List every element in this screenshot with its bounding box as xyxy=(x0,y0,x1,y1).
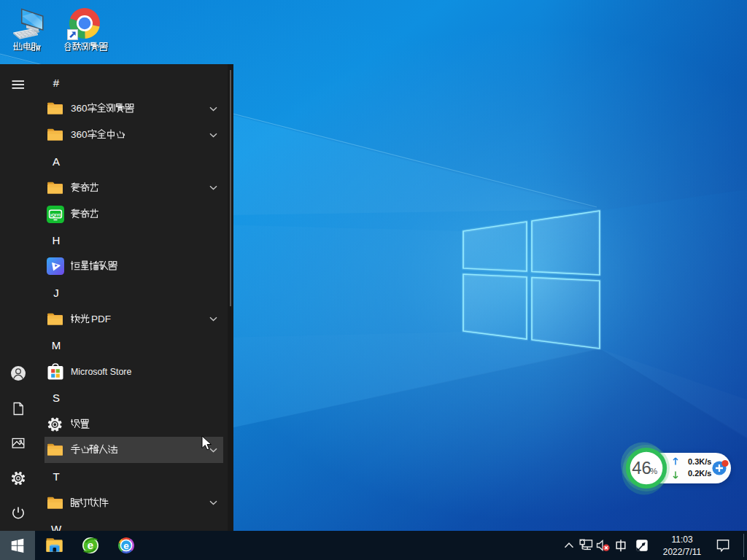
svg-text:0.2K/s: 0.2K/s xyxy=(688,469,711,478)
svg-text:e: e xyxy=(123,540,129,551)
svg-text:0.3K/s: 0.3K/s xyxy=(688,457,711,466)
svg-text:11:03: 11:03 xyxy=(671,534,692,545)
svg-text:2022/7/11: 2022/7/11 xyxy=(663,547,702,557)
svg-text:iQIYI: iQIYI xyxy=(50,212,61,217)
svg-text:e: e xyxy=(88,539,93,551)
